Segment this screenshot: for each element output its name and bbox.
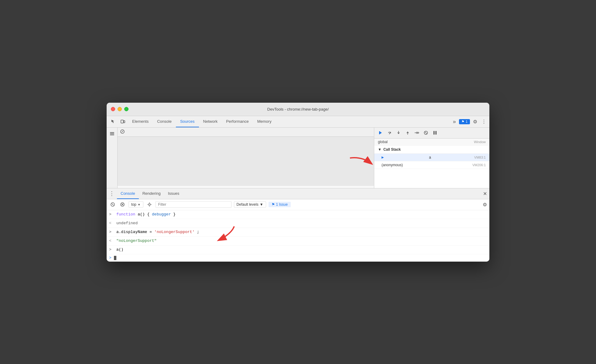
call-stack-header[interactable]: ▼ Call Stack: [374, 146, 489, 154]
settings-icon[interactable]: ⚙: [472, 118, 478, 126]
call-stack-item-a[interactable]: ▶ a VM83:1: [374, 154, 489, 161]
console-settings-icon[interactable]: ⚙: [483, 202, 487, 208]
debugger-panel: global Window ▼ Call Stack: [374, 128, 489, 188]
pause-on-exceptions-button[interactable]: [431, 129, 439, 136]
call-stack-function-a: a: [429, 155, 431, 160]
close-drawer-icon[interactable]: ✕: [483, 191, 487, 197]
call-stack-items: ▶ a VM83:1 (anonymous) VM206:1: [374, 154, 489, 169]
console-area: ⋮ Console Rendering Issues ✕: [107, 188, 489, 262]
toggle-sidebar-icon[interactable]: [108, 130, 116, 137]
tab-performance[interactable]: Performance: [222, 116, 253, 127]
cursor-prompt-icon: >: [109, 256, 111, 260]
console-input-line[interactable]: >: [107, 254, 489, 262]
call-stack-location-anon: VM206:1: [472, 163, 486, 167]
tabs-list: Elements Console Sources Network Perform…: [128, 116, 452, 127]
console-code-1: function a() { debugger }: [116, 211, 176, 218]
call-stack-arrow-icon: ▼: [378, 147, 382, 152]
levels-dropdown-icon: ▼: [260, 202, 263, 207]
resume-button[interactable]: [377, 129, 384, 136]
minimize-button[interactable]: [118, 107, 122, 111]
svg-rect-1: [124, 121, 125, 123]
call-stack-location-a: VM83:1: [474, 156, 486, 159]
svg-rect-15: [433, 131, 435, 135]
svg-rect-16: [436, 131, 437, 135]
svg-rect-3: [110, 133, 114, 134]
more-options-icon[interactable]: ⋮: [480, 118, 488, 126]
maximize-button[interactable]: [124, 107, 128, 111]
step-out-button[interactable]: [404, 129, 411, 136]
svg-rect-0: [121, 120, 123, 123]
tab-sources[interactable]: Sources: [176, 116, 199, 127]
step-button[interactable]: [413, 129, 420, 136]
scope-label: global: [378, 140, 388, 144]
context-label: top: [131, 202, 136, 207]
filter-input[interactable]: [156, 201, 231, 208]
console-line-2: < undefined: [107, 219, 489, 228]
console-toolbar: top ▼ Default levels ▼ ⚑ 1 Issue: [107, 199, 489, 210]
input-prompt-5: >: [109, 247, 114, 253]
tab-elements[interactable]: Elements: [128, 116, 153, 127]
console-code-5: a(): [116, 247, 123, 253]
inspect-icon[interactable]: [108, 117, 118, 126]
sources-sidebar: [107, 128, 118, 188]
console-menu-icon[interactable]: ⋮: [109, 190, 115, 197]
console-content: > function a() { debugger } < undefined: [107, 210, 489, 262]
call-stack-item-anonymous[interactable]: (anonymous) VM206:1: [374, 161, 489, 169]
svg-rect-4: [110, 135, 114, 135]
device-toolbar-icon[interactable]: [118, 117, 127, 126]
title-bar: DevTools - chrome://new-tab-page/: [107, 103, 489, 116]
svg-line-6: [122, 131, 123, 132]
context-selector[interactable]: top ▼: [128, 201, 143, 208]
debugger-toolbar: [374, 128, 489, 139]
deactivate-breakpoints-button[interactable]: [422, 129, 430, 136]
window-title: DevTools - chrome://new-tab-page/: [267, 107, 329, 112]
input-prompt-1: >: [109, 211, 114, 218]
log-levels-button[interactable]: Default levels ▼: [234, 201, 266, 208]
active-frame-arrow-icon: ▶: [382, 156, 384, 159]
console-line-4: < "noLongerSupport": [107, 237, 489, 246]
keyword-debugger: debugger: [152, 212, 171, 217]
console-code-3: a.displayName = 'noLongerSupport' ;: [116, 229, 199, 235]
console-output-string: "noLongerSupport": [116, 238, 157, 244]
console-tab-rendering[interactable]: Rendering: [139, 188, 164, 199]
issues-flag-icon: ⚑: [461, 120, 464, 124]
console-cursor: [114, 256, 116, 260]
console-line-3: > a.displayName = 'noLongerSupport' ;: [107, 228, 489, 237]
call-stack-function-anon: (anonymous): [382, 163, 403, 167]
more-tabs-button[interactable]: »: [452, 117, 457, 126]
pause-on-exception-icon[interactable]: [120, 129, 125, 135]
call-stack-label: Call Stack: [383, 147, 401, 152]
devtools-window: DevTools - chrome://new-tab-page/ Elemen…: [107, 103, 489, 262]
tab-memory[interactable]: Memory: [253, 116, 276, 127]
preserve-log-icon[interactable]: [119, 201, 126, 208]
tab-console[interactable]: Console: [153, 116, 176, 127]
step-into-button[interactable]: [395, 129, 402, 136]
string-value-3: 'noLongerSupport': [154, 230, 195, 234]
svg-rect-2: [110, 132, 114, 133]
issues-flag-small-icon: ⚑: [272, 202, 275, 207]
keyword-function: function: [116, 212, 135, 217]
step-over-button[interactable]: [386, 129, 393, 136]
issues-badge[interactable]: ⚑ 1: [459, 119, 470, 124]
input-prompt-3: >: [109, 229, 114, 235]
console-tab-bar: ⋮ Console Rendering Issues ✕: [107, 188, 489, 199]
sources-panel: global Window ▼ Call Stack: [107, 128, 489, 188]
svg-line-14: [425, 132, 427, 134]
console-tab-issues[interactable]: Issues: [164, 188, 183, 199]
svg-line-19: [112, 204, 114, 205]
issues-count-button[interactable]: ⚑ 1 Issue: [269, 202, 291, 207]
show-live-expressions-icon[interactable]: [146, 201, 153, 208]
svg-rect-8: [379, 131, 380, 134]
devtools-tab-bar: Elements Console Sources Network Perform…: [107, 116, 489, 128]
context-dropdown-icon: ▼: [138, 203, 141, 206]
svg-point-23: [149, 204, 150, 205]
console-output-undefined: undefined: [116, 220, 138, 226]
console-tab-console[interactable]: Console: [117, 188, 139, 199]
clear-console-icon[interactable]: [109, 201, 116, 208]
output-prompt-4: <: [109, 238, 114, 244]
tab-network[interactable]: Network: [199, 116, 222, 127]
output-prompt-2: <: [109, 220, 114, 226]
close-button[interactable]: [111, 107, 115, 111]
traffic-lights: [111, 107, 128, 111]
scope-row: global Window: [374, 139, 489, 146]
